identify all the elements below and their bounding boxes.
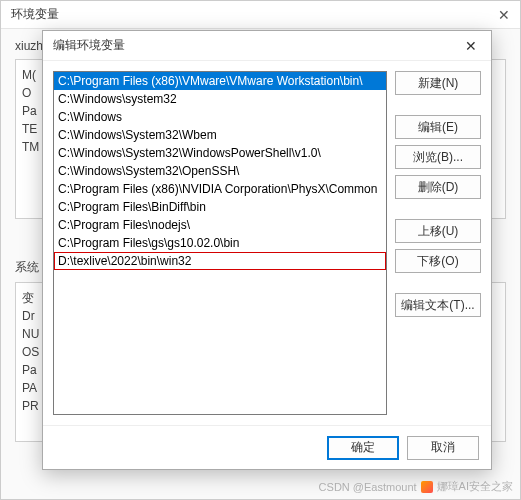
- edit-body: C:\Program Files (x86)\VMware\VMware Wor…: [43, 61, 491, 425]
- cancel-button[interactable]: 取消: [407, 436, 479, 460]
- edittext-button[interactable]: 编辑文本(T)...: [395, 293, 481, 317]
- path-list-item[interactable]: C:\Windows: [54, 108, 386, 126]
- watermark-text: 娜璋AI安全之家: [437, 479, 513, 494]
- browse-button[interactable]: 浏览(B)...: [395, 145, 481, 169]
- movedown-button[interactable]: 下移(O): [395, 249, 481, 273]
- ok-button[interactable]: 确定: [327, 436, 399, 460]
- watermark-logo-icon: [421, 481, 433, 493]
- moveup-button[interactable]: 上移(U): [395, 219, 481, 243]
- edit-env-dialog: 编辑环境变量 ✕ C:\Program Files (x86)\VMware\V…: [42, 30, 492, 470]
- path-list-item[interactable]: D:\texlive\2022\bin\win32: [54, 252, 386, 270]
- edit-footer: 确定 取消: [43, 425, 491, 469]
- close-icon[interactable]: ✕: [461, 38, 481, 54]
- path-list-item[interactable]: C:\Program Files\nodejs\: [54, 216, 386, 234]
- path-list-item[interactable]: C:\Windows\System32\Wbem: [54, 126, 386, 144]
- path-list-item[interactable]: C:\Windows\System32\OpenSSH\: [54, 162, 386, 180]
- parent-title: 环境变量: [11, 6, 59, 23]
- side-buttons: 新建(N) 编辑(E) 浏览(B)... 删除(D) 上移(U) 下移(O) 编…: [395, 71, 481, 415]
- path-list-item[interactable]: C:\Program Files\BinDiff\bin: [54, 198, 386, 216]
- delete-button[interactable]: 删除(D): [395, 175, 481, 199]
- edit-titlebar: 编辑环境变量 ✕: [43, 31, 491, 61]
- path-list[interactable]: C:\Program Files (x86)\VMware\VMware Wor…: [53, 71, 387, 415]
- parent-close-icon[interactable]: ✕: [498, 7, 510, 23]
- watermark: CSDN @Eastmount 娜璋AI安全之家: [319, 479, 513, 494]
- path-list-item[interactable]: C:\Program Files (x86)\VMware\VMware Wor…: [54, 72, 386, 90]
- path-list-item[interactable]: C:\Windows\System32\WindowsPowerShell\v1…: [54, 144, 386, 162]
- edit-button[interactable]: 编辑(E): [395, 115, 481, 139]
- path-list-item[interactable]: C:\Program Files (x86)\NVIDIA Corporatio…: [54, 180, 386, 198]
- new-button[interactable]: 新建(N): [395, 71, 481, 95]
- watermark-text: CSDN @Eastmount: [319, 481, 417, 493]
- parent-titlebar: 环境变量 ✕: [1, 1, 520, 29]
- edit-title: 编辑环境变量: [53, 37, 125, 54]
- path-list-item[interactable]: C:\Windows\system32: [54, 90, 386, 108]
- path-list-item[interactable]: C:\Program Files\gs\gs10.02.0\bin: [54, 234, 386, 252]
